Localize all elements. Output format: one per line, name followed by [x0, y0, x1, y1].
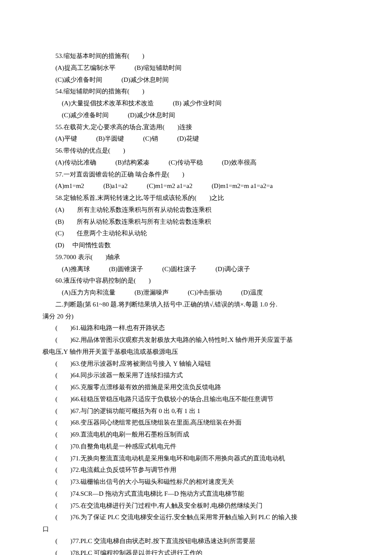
section-2-header: 二.判断题(第 61~80 题.将判断结果填入括号中.正确的填√,错误的填×.每…: [43, 299, 349, 311]
judge-72: ( )72.电流截止负反馈环节参与调节作用: [43, 464, 349, 476]
judge-75: ( )75.在交流电梯进行关门过程中,有人触及安全板时,电梯仍然继续关门: [43, 500, 349, 512]
judge-73: ( )73.磁栅输出信号的大小与磁头和磁性标尺的相对速度无关: [43, 476, 349, 488]
judge-62-line1: ( )62.用晶体管图示仪观察共发射极放大电路的输入特性时,X 轴作用开关应置于…: [43, 334, 349, 346]
question-56-options: (A)传动比准确 (B)结构紧凑 (C)传动平稳 (D)效率很高: [43, 157, 349, 169]
question-55: 55.在载荷大,定心要求高的场合,宜选用( )连接: [43, 121, 349, 133]
question-60-options: (A)压力方向和流量 (B)泄漏噪声 (C)冲击振动 (D)温度: [43, 287, 349, 299]
judge-67: ( )67.与门的逻辑功能可概括为有 0 出 0,有 1 出 1: [43, 405, 349, 417]
question-54: 54.缩短辅助时间的措施有( ): [43, 86, 349, 98]
question-57: 57.一对直齿圆锥齿轮的正确 啮合条件是( ): [43, 169, 349, 181]
judge-64: ( )64.同步示波器一般采用了连续扫描方式: [43, 370, 349, 382]
judge-78: ( )78.PLC 可编程控制器是以并行方式进行工作的: [43, 547, 349, 555]
question-59: 59.7000 表示( )轴承: [43, 251, 349, 263]
section-2-header-cont: 满分 20 分): [43, 311, 349, 323]
judge-65: ( )65.克服零点漂移最有效的措施是采用交流负反馈电路: [43, 382, 349, 393]
judge-76-line2: 口: [43, 523, 349, 535]
judge-68: ( )68.变压器同心绕组常把低压绕组装在里面,高压绕组装在外面: [43, 417, 349, 429]
judge-61: ( )61.磁路和电路一样,也有开路状态: [43, 322, 349, 334]
question-60: 60.液压传动中容易控制的是( ): [43, 275, 349, 287]
judge-62-line2: 极电压,Y 轴作用开关置于基极电流或基极源电压: [43, 346, 349, 358]
judge-77: ( )77.PLC 交流电梯自由状态时,按下直流按钮电梯迅速达到所需要层: [43, 535, 349, 547]
judge-74: ( )74.SCR—D 拖动方式直流电梯比 F—D 拖动方式直流电梯节能: [43, 488, 349, 500]
judge-71: ( )71.无换向整流直流电动机是采用集电环和电刷而不用换向器式的直流电动机: [43, 453, 349, 465]
judge-70: ( )70.自整角电机是一种感应式机电元件: [43, 441, 349, 453]
question-59-options: (A)推离球 (B)圆锥滚子 (C)圆柱滚子 (D)调心滚子: [43, 263, 349, 275]
judge-69: ( )69.直流电机的电刷一般用石墨粉压制而成: [43, 429, 349, 441]
question-58: 58.定轴轮系首,末两轮转速之比,等于组成该轮系的( )之比: [43, 192, 349, 204]
judge-63: ( )63.使用示波器时,应将被测信号接入 Y 轴输入端钮: [43, 358, 349, 370]
question-55-options: (A)平键 (B)半圆键 (C)销 (D)花键: [43, 133, 349, 145]
question-53-options-cd: (C)减少准备时间 (D)减少休息时间: [43, 74, 349, 86]
question-54-options-ab: (A)大量提倡技术改革和技术改造 (B) 减少作业时间: [43, 98, 349, 110]
question-57-options: (A)m1=m2 (B)a1=a2 (C)m1=m2 a1=a2 (D)m1=m…: [43, 180, 349, 192]
question-53: 53.缩短基本时间的措施有( ): [43, 50, 349, 62]
judge-76-line1: ( )76.为了保证 PLC 交流电梯安全运行,安全触点采用常开触点输入到 PL…: [43, 512, 349, 523]
question-54-options-cd: (C)减少准备时间 (D)减少休息时间: [43, 110, 349, 121]
question-58-option-c: (C) 任意两个主动轮和从动轮: [43, 228, 349, 240]
question-53-options-ab: (A)提高工艺编制水平 (B)缩短辅助时间: [43, 62, 349, 74]
question-58-option-a: (A) 所有主动轮系数连乘积与所有从动轮齿数连乘积: [43, 204, 349, 216]
question-58-option-b: (B) 所有从动轮系数连乘积与所有主动轮齿数连乘积: [43, 216, 349, 228]
question-56: 56.带传动的优点是( ): [43, 145, 349, 157]
judge-66: ( )66.硅稳压管稳压电路只适应于负载较小的场合,且输出电压不能任意调节: [43, 393, 349, 405]
question-58-option-d: (D) 中间惰性齿数: [43, 240, 349, 251]
